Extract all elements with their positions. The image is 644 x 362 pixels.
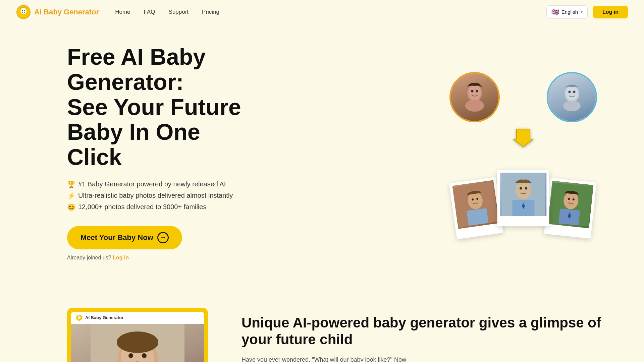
baby-img-right — [548, 181, 594, 228]
svg-rect-19 — [467, 208, 489, 226]
logo-link[interactable]: AI Baby Generator — [16, 5, 99, 19]
hero-title: Free AI Baby Generator: See Your Future … — [67, 44, 241, 170]
nav-links: Home FAQ Support Pricing — [115, 9, 219, 15]
app-preview-container: AI Baby Generator — [67, 308, 208, 362]
bottom-section: AI Baby Generator — [0, 288, 644, 362]
svg-point-23 — [525, 187, 527, 189]
app-content-area — [71, 324, 204, 362]
nav-home[interactable]: Home — [115, 9, 130, 15]
app-face-preview — [71, 324, 204, 362]
navbar-right: 🇬🇧 English ▾ Log in — [546, 5, 628, 19]
mom-avatar — [449, 72, 500, 122]
smile-icon: 😊 — [67, 203, 75, 211]
svg-point-39 — [128, 353, 133, 358]
baby-photo-right — [544, 178, 597, 239]
trophy-icon: 🏆 — [67, 180, 75, 188]
nav-faq[interactable]: FAQ — [144, 9, 155, 15]
mom-face — [451, 73, 498, 121]
svg-point-35 — [79, 317, 80, 317]
nav-support[interactable]: Support — [169, 9, 189, 15]
app-name-label: AI Baby Generator — [85, 315, 123, 320]
svg-point-2 — [22, 10, 23, 11]
dad-avatar — [547, 72, 597, 122]
svg-point-10 — [566, 86, 578, 101]
svg-point-11 — [569, 90, 571, 93]
baby-photo-left-inner — [452, 180, 499, 229]
feature-item-1: 🏆 #1 Baby Generator powered by newly rel… — [67, 180, 241, 188]
logo-icon — [16, 5, 31, 19]
app-preview: AI Baby Generator — [67, 308, 208, 362]
feature-item-3: 😊 12,000+ photos delivered to 3000+ fami… — [67, 203, 241, 211]
feature-item-2: ⚡ Ultra-realistic baby photos delivered … — [67, 192, 241, 200]
chevron-down-icon: ▾ — [581, 10, 583, 14]
navbar-left: AI Baby Generator Home FAQ Support Prici… — [16, 5, 219, 19]
app-bar: AI Baby Generator — [71, 312, 204, 324]
feature-1-text: #1 Baby Generator powered by newly relea… — [78, 180, 226, 188]
baby-img-center — [500, 173, 547, 216]
svg-point-5 — [468, 85, 481, 100]
svg-point-34 — [78, 317, 79, 317]
navbar: AI Baby Generator Home FAQ Support Prici… — [0, 0, 644, 24]
baby-photo-left — [449, 177, 503, 239]
baby-photo-center-inner — [500, 173, 547, 216]
hero-left: Free AI Baby Generator: See Your Future … — [67, 44, 241, 261]
feature-2-text: Ultra-realistic baby photos delivered al… — [78, 192, 233, 199]
baby-photo-center — [497, 170, 549, 226]
section-title: Unique AI-powered baby generator gives a… — [241, 314, 604, 348]
hero-illustration — [443, 65, 604, 240]
logo-text: AI Baby Generator — [34, 8, 99, 16]
baby-photos — [453, 139, 594, 240]
already-joined-text: Already joined us? Log in — [67, 255, 241, 261]
svg-point-21 — [515, 181, 531, 199]
svg-point-6 — [471, 90, 474, 92]
feature-3-text: 12,000+ photos delivered to 3000+ famili… — [78, 203, 207, 211]
svg-point-8 — [465, 100, 484, 112]
dad-face — [548, 73, 596, 121]
cta-arrow-icon: → — [157, 232, 169, 243]
nav-pricing[interactable]: Pricing — [202, 9, 219, 15]
svg-point-12 — [573, 90, 576, 93]
svg-point-13 — [563, 101, 581, 111]
svg-point-7 — [476, 90, 478, 92]
login-button[interactable]: Log in — [593, 6, 628, 18]
lightning-icon: ⚡ — [67, 192, 75, 200]
cta-button[interactable]: Meet Your Baby Now → — [67, 226, 182, 249]
app-logo-small — [76, 314, 83, 321]
language-selector[interactable]: 🇬🇧 English ▾ — [546, 5, 588, 19]
baby-photo-right-inner — [548, 181, 594, 228]
section-desc: Have you ever wondered, "What will our b… — [241, 355, 604, 362]
svg-point-1 — [20, 8, 26, 14]
flag-icon: 🇬🇧 — [551, 8, 559, 16]
cta-label: Meet Your Baby Now — [80, 233, 153, 242]
hero-features: 🏆 #1 Baby Generator powered by newly rel… — [67, 180, 241, 211]
svg-point-3 — [24, 10, 25, 11]
svg-point-22 — [520, 187, 522, 189]
svg-point-33 — [78, 316, 80, 319]
already-login-link[interactable]: Log in — [113, 255, 129, 260]
language-label: English — [561, 9, 578, 15]
section-description: Unique AI-powered baby generator gives a… — [241, 308, 604, 362]
baby-img-left — [452, 180, 499, 229]
hero-section: Free AI Baby Generator: See Your Future … — [0, 24, 644, 288]
svg-point-40 — [142, 353, 147, 358]
